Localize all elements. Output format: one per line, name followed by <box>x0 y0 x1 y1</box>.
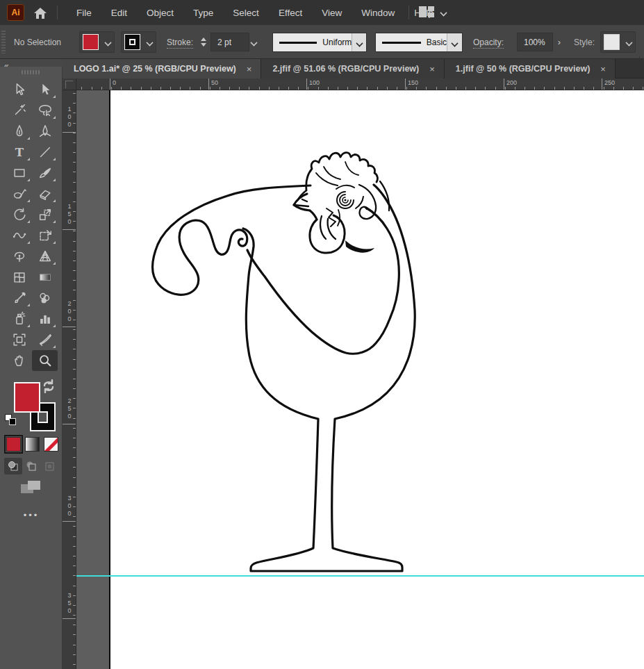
ruler-origin-corner[interactable] <box>63 79 76 90</box>
ruler-tick <box>73 162 76 163</box>
flyout-indicator <box>53 220 56 223</box>
document-tab[interactable]: 1.jfif @ 50 % (RGB/CPU Preview)× <box>445 59 616 79</box>
document-tab[interactable]: 2.jfif @ 51.06 % (RGB/CPU Preview)× <box>261 59 444 79</box>
tool-lasso[interactable] <box>32 100 58 121</box>
tool-direct-selection[interactable] <box>32 79 58 100</box>
chevron-down-icon[interactable] <box>251 38 257 47</box>
workspace-switcher[interactable] <box>418 5 447 19</box>
tool-pen[interactable] <box>6 121 32 142</box>
tool-width[interactable] <box>6 225 32 246</box>
edit-toolbar-button[interactable]: ••• <box>0 510 63 520</box>
variable-width-profile-dropdown[interactable]: Uniform <box>272 33 367 52</box>
horizontal-ruler[interactable]: 050100150200250 <box>76 79 644 90</box>
rooster-wineglass-line-art[interactable] <box>76 90 644 669</box>
menu-select[interactable]: Select <box>223 8 269 18</box>
guide-line[interactable] <box>76 575 644 577</box>
tool-slice[interactable] <box>32 329 58 350</box>
flyout-indicator <box>53 179 56 181</box>
chevron-down-icon[interactable] <box>143 32 156 52</box>
color-button[interactable] <box>6 437 21 452</box>
menu-type[interactable]: Type <box>183 8 223 18</box>
brush-definition-dropdown[interactable]: Basic <box>375 33 463 52</box>
ruler-label: 100 <box>63 106 76 129</box>
tool-eyedropper[interactable] <box>6 288 32 308</box>
scale-icon <box>38 207 53 222</box>
close-icon[interactable]: × <box>598 64 608 74</box>
tool-zoom[interactable] <box>32 350 58 371</box>
stroke-color-swatch[interactable] <box>124 34 140 50</box>
default-fill-stroke-icon[interactable] <box>5 414 17 427</box>
document-tab[interactable]: LOGO 1.ai* @ 25 % (RGB/CPU Preview)× <box>63 59 261 79</box>
close-icon[interactable]: × <box>245 64 254 74</box>
tool-rectangle[interactable] <box>6 163 32 183</box>
change-screen-mode-icon[interactable] <box>19 479 43 497</box>
graphic-style-control[interactable] <box>600 31 636 53</box>
opacity-flyout-button[interactable]: › <box>554 33 565 51</box>
menu-effect[interactable]: Effect <box>269 8 312 18</box>
tool-magic-wand[interactable] <box>6 100 32 121</box>
opacity-label[interactable]: Opacity: <box>473 38 504 49</box>
fill-color-proxy[interactable] <box>14 382 40 413</box>
tool-symbol-sprayer[interactable] <box>6 308 32 329</box>
home-icon[interactable] <box>32 5 49 20</box>
illustrator-app-icon[interactable]: Ai <box>7 4 24 21</box>
gradient-button[interactable] <box>25 437 40 452</box>
tool-puppet-warp[interactable] <box>6 246 32 267</box>
tool-line-segment[interactable] <box>32 142 58 163</box>
tool-selection[interactable] <box>6 79 32 100</box>
menu-window[interactable]: Window <box>352 8 404 18</box>
tool-gradient[interactable] <box>32 267 58 288</box>
opacity-input[interactable]: 100% <box>517 33 553 51</box>
ruler-tick <box>73 103 76 104</box>
chevron-down-icon[interactable] <box>622 32 635 52</box>
menu-object[interactable]: Object <box>137 8 183 18</box>
chevron-down-icon[interactable] <box>101 32 114 52</box>
close-icon[interactable]: × <box>427 64 437 74</box>
flyout-indicator <box>53 262 56 265</box>
tool-type[interactable]: T <box>6 142 32 163</box>
panel-grip-dots[interactable] <box>22 70 41 74</box>
stroke-weight-label[interactable]: Stroke: <box>167 38 193 49</box>
tool-artboard[interactable] <box>6 329 32 350</box>
canvas-area[interactable] <box>76 90 644 669</box>
fill-color-control[interactable] <box>79 31 115 53</box>
vertical-ruler[interactable]: 100150200250300350 <box>63 90 76 669</box>
none-button[interactable] <box>44 437 58 452</box>
fill-color-swatch[interactable] <box>83 34 99 50</box>
tool-rotate[interactable] <box>6 204 32 225</box>
ruler-tick <box>544 87 545 90</box>
tool-eraser[interactable] <box>32 183 58 204</box>
tool-column-graph[interactable] <box>32 308 58 329</box>
ruler-tick <box>534 87 535 90</box>
tool-paintbrush[interactable] <box>32 163 58 183</box>
tool-free-transform[interactable] <box>32 225 58 246</box>
ruler-tick <box>73 261 76 261</box>
draw-normal-button[interactable] <box>4 458 22 474</box>
graphic-style-swatch[interactable] <box>604 34 620 50</box>
tool-shaper[interactable] <box>6 183 32 204</box>
workspace-layout-icon <box>418 5 435 19</box>
panel-grip[interactable] <box>1 31 6 53</box>
draw-behind-button[interactable] <box>22 458 40 474</box>
tool-perspective-grid[interactable] <box>32 246 58 267</box>
menu-view[interactable]: View <box>312 8 352 18</box>
tool-scale[interactable] <box>32 204 58 225</box>
tool-hand[interactable] <box>6 350 32 371</box>
stroke-weight-input[interactable]: 2 pt <box>210 33 249 51</box>
swap-fill-stroke-icon[interactable] <box>42 379 56 393</box>
chevron-down-icon[interactable] <box>447 33 462 51</box>
menu-bar: Ai FileEditObjectTypeSelectEffectViewWin… <box>0 0 644 25</box>
menu-edit[interactable]: Edit <box>101 8 137 18</box>
stroke-color-control[interactable] <box>121 31 156 53</box>
ruler-major-tick <box>602 79 602 90</box>
rotate-icon <box>12 207 27 222</box>
ruler-tick <box>73 379 76 379</box>
flyout-indicator <box>53 199 56 202</box>
tool-curvature[interactable] <box>32 121 58 142</box>
ruler-tick <box>604 87 604 90</box>
tool-blend[interactable] <box>32 288 58 308</box>
tool-mesh[interactable] <box>6 267 32 288</box>
stroke-weight-stepper[interactable] <box>199 33 208 51</box>
menu-file[interactable]: File <box>67 8 101 18</box>
chevron-down-icon[interactable] <box>352 33 366 51</box>
